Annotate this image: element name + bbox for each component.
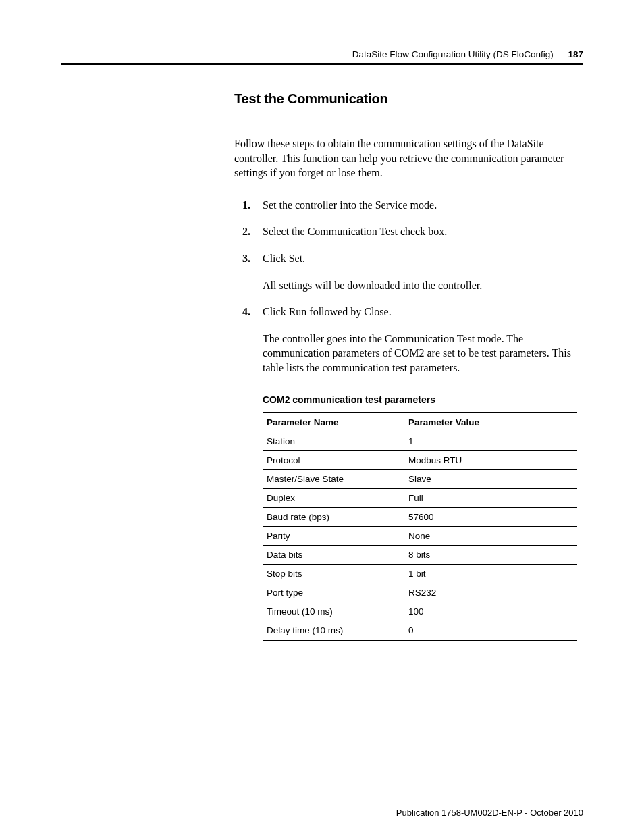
step-number: 3. xyxy=(242,251,250,266)
header-title: DataSite Flow Configuration Utility (DS … xyxy=(352,49,554,59)
table-row: Master/Slave StateSlave xyxy=(263,469,577,488)
param-name: Parity xyxy=(263,526,404,545)
parameters-table: Parameter Name Parameter Value Station1 … xyxy=(263,412,577,641)
table-header-cell: Parameter Name xyxy=(263,413,404,432)
page-header: DataSite Flow Configuration Utility (DS … xyxy=(61,49,583,65)
param-name: Timeout (10 ms) xyxy=(263,602,404,621)
step-item: 1. Set the controller into the Service m… xyxy=(234,198,583,213)
step-item: 3. Click Set. All settings will be downl… xyxy=(234,251,583,292)
table-row: ParityNone xyxy=(263,526,577,545)
step-item: 4. Click Run followed by Close. The cont… xyxy=(234,305,583,375)
param-value: RS232 xyxy=(404,583,578,602)
step-text: Select the Communication Test check box. xyxy=(263,226,447,237)
step-number: 1. xyxy=(242,198,250,213)
step-text: Click Set. xyxy=(263,253,305,264)
table-row: Stop bits1 bit xyxy=(263,564,577,583)
step-text: Click Run followed by Close. xyxy=(263,306,392,317)
param-value: Slave xyxy=(404,469,578,488)
step-list: 1. Set the controller into the Service m… xyxy=(234,198,583,375)
page: DataSite Flow Configuration Utility (DS … xyxy=(0,0,644,834)
table-row: Station1 xyxy=(263,432,577,450)
step-number: 2. xyxy=(242,224,250,239)
param-value: 8 bits xyxy=(404,545,578,564)
param-value: Full xyxy=(404,488,578,507)
table-row: Port typeRS232 xyxy=(263,583,577,602)
param-name: Master/Slave State xyxy=(263,469,404,488)
param-value: 100 xyxy=(404,602,578,621)
table-row: Timeout (10 ms)100 xyxy=(263,602,577,621)
step-item: 2. Select the Communication Test check b… xyxy=(234,224,583,239)
table-row: DuplexFull xyxy=(263,488,577,507)
table-header-row: Parameter Name Parameter Value xyxy=(263,413,577,432)
section-title: Test the Communication xyxy=(234,91,583,107)
step-text: Set the controller into the Service mode… xyxy=(263,199,437,211)
param-name: Protocol xyxy=(263,450,404,469)
page-footer: Publication 1758-UM002D-EN-P - October 2… xyxy=(396,808,583,818)
param-value: None xyxy=(404,526,578,545)
step-subtext: The controller goes into the Communicati… xyxy=(263,332,583,375)
table-row: Baud rate (bps)57600 xyxy=(263,507,577,526)
param-value: 0 xyxy=(404,621,578,640)
table-row: Delay time (10 ms)0 xyxy=(263,621,577,640)
param-value: 1 xyxy=(404,432,578,450)
page-number: 187 xyxy=(568,49,583,59)
intro-paragraph: Follow these steps to obtain the communi… xyxy=(234,136,583,180)
param-value: Modbus RTU xyxy=(404,450,578,469)
step-subtext: All settings will be downloaded into the… xyxy=(263,278,583,293)
table-header-cell: Parameter Value xyxy=(404,413,578,432)
content-area: Test the Communication Follow these step… xyxy=(234,91,583,641)
param-value: 1 bit xyxy=(404,564,578,583)
param-name: Data bits xyxy=(263,545,404,564)
param-name: Station xyxy=(263,432,404,450)
param-name: Delay time (10 ms) xyxy=(263,621,404,640)
step-number: 4. xyxy=(242,305,250,319)
param-name: Duplex xyxy=(263,488,404,507)
table-caption: COM2 communication test parameters xyxy=(263,394,583,405)
param-name: Baud rate (bps) xyxy=(263,507,404,526)
param-value: 57600 xyxy=(404,507,578,526)
table-row: Data bits8 bits xyxy=(263,545,577,564)
param-name: Stop bits xyxy=(263,564,404,583)
param-name: Port type xyxy=(263,583,404,602)
table-row: ProtocolModbus RTU xyxy=(263,450,577,469)
